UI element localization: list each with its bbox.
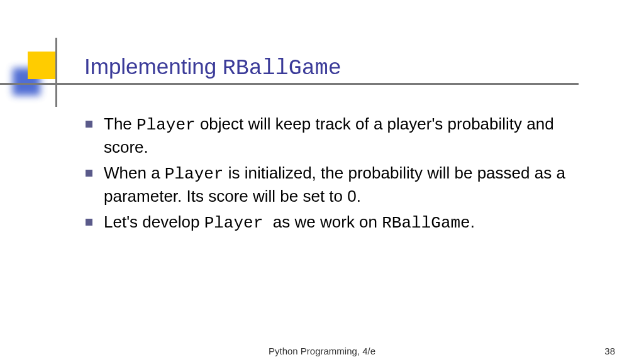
code-text: Player	[204, 214, 273, 233]
horizontal-rule	[0, 83, 579, 85]
footer-page-number: 38	[604, 346, 615, 356]
bullet-item: The Player object will keep track of a p…	[86, 113, 595, 158]
vertical-rule	[55, 38, 57, 107]
body-text: The	[104, 114, 136, 133]
bullet-marker	[86, 170, 92, 177]
title-text-mono: RBallGame	[223, 56, 341, 81]
footer-book-title: Python Programming, 4/e	[269, 346, 375, 356]
body-text: Let's develop	[104, 212, 204, 231]
bullet-text: When a Player is initialized, the probab…	[104, 162, 595, 207]
bullet-text: Let's develop Player as we work on RBall…	[104, 211, 595, 234]
bullet-item: Let's develop Player as we work on RBall…	[86, 211, 595, 234]
slide-title: Implementing RBallGame	[84, 54, 341, 81]
title-decoration	[0, 49, 63, 93]
code-text: Player	[165, 165, 224, 184]
title-text-plain: Implementing	[84, 54, 223, 79]
yellow-square	[28, 52, 55, 79]
bullet-marker	[86, 219, 92, 226]
code-text: Player	[136, 116, 196, 134]
bullet-text: The Player object will keep track of a p…	[104, 113, 595, 158]
code-text: RBallGame	[382, 214, 470, 233]
bullet-marker	[86, 121, 92, 128]
body-text: as we work on	[273, 212, 382, 231]
body-text: When a	[104, 163, 165, 182]
body-text: .	[470, 212, 475, 231]
slide-body: The Player object will keep track of a p…	[86, 113, 595, 238]
bullet-item: When a Player is initialized, the probab…	[86, 162, 595, 207]
